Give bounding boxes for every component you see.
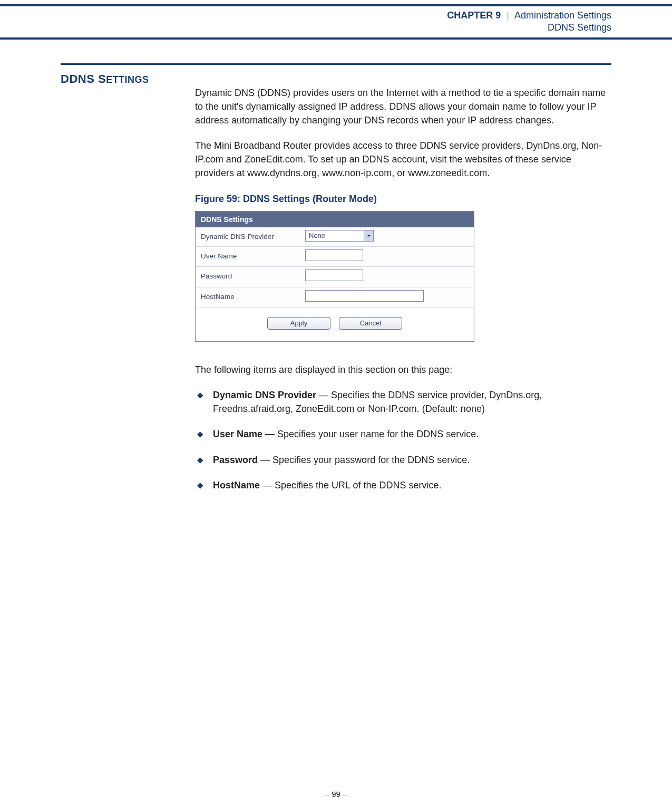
input-username[interactable]: [305, 249, 363, 261]
row-hostname: HostName: [196, 287, 474, 307]
section-rule: [61, 63, 611, 65]
header-separator: |: [503, 10, 512, 21]
row-provider: Dynamic DNS Provider None: [196, 227, 474, 246]
input-password[interactable]: [305, 270, 363, 281]
section-heading: DDNS SETTINGS: [61, 72, 611, 86]
row-password: Password: [196, 266, 474, 287]
header-subsection: DDNS Settings: [0, 22, 611, 34]
intro-paragraph-1: Dynamic DNS (DDNS) provides users on the…: [195, 86, 611, 127]
panel-title: DDNS Settings: [196, 211, 474, 227]
input-hostname[interactable]: [305, 290, 424, 302]
label-username: User Name: [196, 247, 301, 267]
row-username: User Name: [196, 246, 474, 267]
items-list: Dynamic DNS Provider — Specifies the DDN…: [195, 388, 611, 492]
chapter-label: CHAPTER 9: [447, 10, 501, 21]
select-provider[interactable]: None: [305, 230, 374, 242]
label-password: Password: [196, 267, 301, 287]
button-row: Apply Cancel: [196, 307, 474, 341]
select-provider-value: None: [306, 231, 364, 241]
figure-ddns-settings: DDNS Settings Dynamic DNS Provider None …: [195, 211, 474, 342]
page-header: CHAPTER 9 | Administration Settings DDNS…: [0, 4, 672, 40]
list-item: User Name — Specifies your user name for…: [195, 427, 611, 441]
list-item: Password — Specifies your password for t…: [195, 453, 611, 467]
cancel-button[interactable]: Cancel: [339, 317, 402, 330]
label-hostname: HostName: [196, 287, 301, 307]
figure-caption: Figure 59: DDNS Settings (Router Mode): [195, 192, 611, 206]
items-lead-in: The following items are displayed in thi…: [195, 363, 611, 377]
chapter-title: Administration Settings: [514, 10, 611, 21]
list-item: Dynamic DNS Provider — Specifies the DDN…: [195, 388, 611, 416]
intro-paragraph-2: The Mini Broadband Router provides acces…: [195, 139, 611, 180]
apply-button[interactable]: Apply: [267, 317, 330, 330]
page-number: – 99 –: [0, 790, 672, 799]
list-item: HostName — Specifies the URL of the DDNS…: [195, 478, 611, 492]
chevron-down-icon[interactable]: [364, 230, 373, 241]
label-provider: Dynamic DNS Provider: [196, 227, 301, 246]
